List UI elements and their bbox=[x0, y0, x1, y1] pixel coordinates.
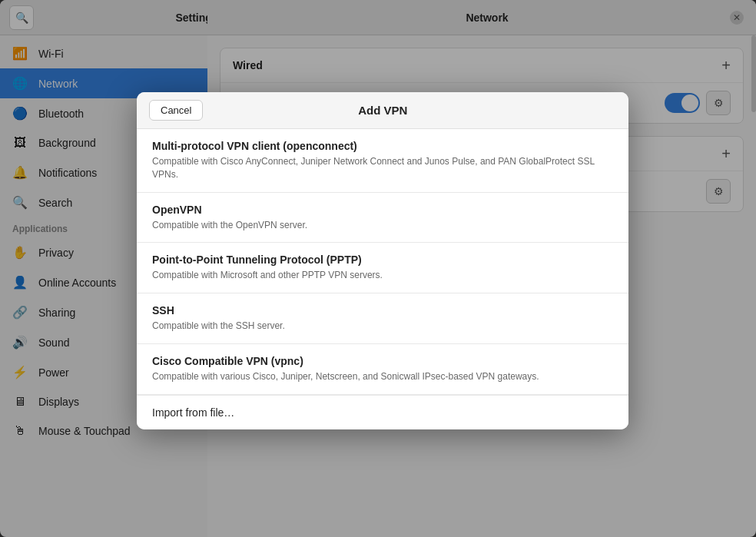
vpn-option-name: Multi-protocol VPN client (openconnect) bbox=[152, 140, 613, 152]
vpn-option-desc: Compatible with the SSH server. bbox=[152, 320, 613, 333]
vpn-option-name: Point-to-Point Tunneling Protocol (PPTP) bbox=[152, 254, 613, 266]
add-vpn-dialog: Cancel Add VPN Multi-protocol VPN client… bbox=[137, 92, 628, 429]
dialog-title: Add VPN bbox=[203, 104, 562, 117]
vpn-import-file[interactable]: Import from file… bbox=[137, 395, 628, 429]
vpn-option-desc: Compatible with Cisco AnyConnect, Junipe… bbox=[152, 155, 613, 181]
cancel-button[interactable]: Cancel bbox=[149, 100, 203, 121]
vpn-option-openconnect[interactable]: Multi-protocol VPN client (openconnect) … bbox=[137, 129, 628, 193]
vpn-option-desc: Compatible with the OpenVPN server. bbox=[152, 219, 613, 232]
vpn-import-label: Import from file… bbox=[152, 406, 234, 419]
vpn-option-ssh[interactable]: SSH Compatible with the SSH server. bbox=[137, 293, 628, 344]
vpn-option-name: OpenVPN bbox=[152, 204, 613, 216]
vpn-option-desc: Compatible with various Cisco, Juniper, … bbox=[152, 370, 613, 383]
vpn-option-pptp[interactable]: Point-to-Point Tunneling Protocol (PPTP)… bbox=[137, 243, 628, 293]
vpn-option-openvpn[interactable]: OpenVPN Compatible with the OpenVPN serv… bbox=[137, 193, 628, 244]
vpn-option-desc: Compatible with Microsoft and other PPTP… bbox=[152, 269, 613, 282]
vpn-option-name: Cisco Compatible VPN (vpnc) bbox=[152, 355, 613, 367]
dialog-header: Cancel Add VPN bbox=[137, 92, 628, 129]
vpn-option-vpnc[interactable]: Cisco Compatible VPN (vpnc) Compatible w… bbox=[137, 344, 628, 395]
dialog-body: Multi-protocol VPN client (openconnect) … bbox=[137, 129, 628, 429]
vpn-option-name: SSH bbox=[152, 304, 613, 317]
